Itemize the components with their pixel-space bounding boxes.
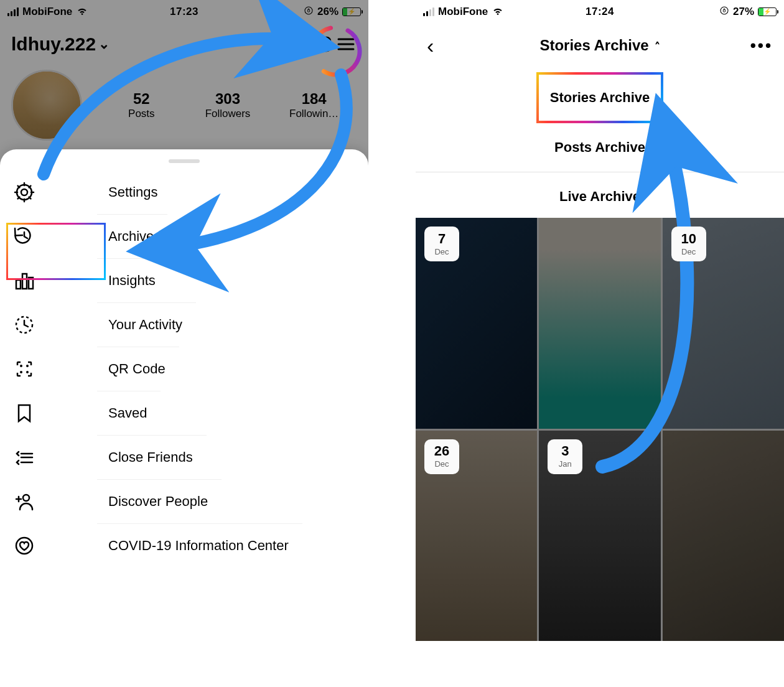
battery-icon: ⚡ xyxy=(758,7,777,16)
annotation-highlight-archive xyxy=(6,223,106,280)
heart-circle-icon xyxy=(0,535,49,556)
page-title: Stories Archive xyxy=(539,37,648,54)
date-badge: 3 Jan xyxy=(548,439,582,474)
gear-icon xyxy=(0,182,49,203)
right-screenshot: MobiFone 17:24 27% ⚡ ‹ Stories Archive ˄ xyxy=(416,0,784,641)
qr-icon xyxy=(0,358,49,380)
archive-title-dropdown[interactable]: Stories Archive ˄ xyxy=(416,37,784,54)
clock: 17:24 xyxy=(416,6,784,18)
status-bar: MobiFone 17:24 27% ⚡ xyxy=(416,0,784,24)
annotation-ring xyxy=(307,22,365,80)
options-sheet: Settings Archive Insights Your Activity xyxy=(0,149,368,641)
svg-point-17 xyxy=(20,371,22,373)
close-friends-icon xyxy=(0,447,49,468)
date-badge: 10 Dec xyxy=(671,227,706,261)
dropdown-item-stories[interactable]: Stories Archive xyxy=(536,72,664,123)
dropdown-item-live[interactable]: Live Archive xyxy=(416,172,784,221)
discover-people-icon xyxy=(0,491,49,512)
menu-label: Saved xyxy=(97,391,161,435)
dropdown-label: Live Archive xyxy=(559,189,640,204)
dropdown-label: Posts Archive xyxy=(554,139,645,155)
svg-point-16 xyxy=(26,365,29,367)
menu-item-saved[interactable]: Saved xyxy=(0,391,368,435)
svg-point-10 xyxy=(21,189,27,195)
menu-item-activity[interactable]: Your Activity xyxy=(0,302,368,347)
story-grid: 7 Dec 10 Dec 26 Dec 3 Jan xyxy=(416,218,784,641)
menu-label: Discover People xyxy=(97,479,222,523)
activity-icon xyxy=(0,314,49,335)
svg-point-18 xyxy=(26,371,29,373)
menu-item-discover[interactable]: Discover People xyxy=(0,479,368,523)
menu-item-close-friends[interactable]: Close Friends xyxy=(0,435,368,479)
date-badge: 26 Dec xyxy=(424,439,459,474)
chevron-up-icon: ˄ xyxy=(651,40,660,53)
menu-item-settings[interactable]: Settings xyxy=(0,171,368,214)
svg-point-19 xyxy=(23,495,29,501)
date-badge: 7 Dec xyxy=(424,227,459,261)
menu-label: Your Activity xyxy=(97,302,196,347)
archive-dropdown: Stories Archive Posts Archive Live Archi… xyxy=(416,67,784,221)
menu-label: QR Code xyxy=(97,347,179,391)
left-screenshot: MobiFone 17:23 26% ⚡ xyxy=(0,0,368,641)
menu-label: Archive xyxy=(97,214,167,258)
bookmark-icon xyxy=(0,403,49,424)
menu-label: Insights xyxy=(97,258,169,302)
svg-point-8 xyxy=(307,22,365,80)
dropdown-label: Stories Archive xyxy=(550,90,650,105)
menu-label: Settings xyxy=(97,171,172,214)
dropdown-item-posts[interactable]: Posts Archive xyxy=(416,123,784,172)
svg-point-20 xyxy=(16,538,32,554)
svg-rect-11 xyxy=(16,280,21,289)
menu-label: Close Friends xyxy=(97,435,207,479)
svg-point-15 xyxy=(20,365,22,367)
sheet-grabber[interactable] xyxy=(169,159,200,163)
menu-item-covid[interactable]: COVID-19 Information Center xyxy=(0,523,368,568)
menu-label: COVID-19 Information Center xyxy=(97,523,302,568)
menu-item-qr[interactable]: QR Code xyxy=(0,347,368,391)
